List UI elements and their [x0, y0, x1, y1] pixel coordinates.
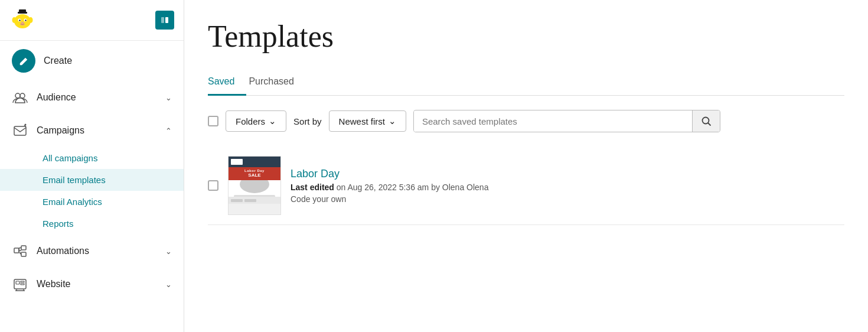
sidebar: Create Audience ⌄ Campaigns ⌃: [0, 0, 184, 332]
sidebar-item-all-campaigns[interactable]: All campaigns: [0, 147, 184, 169]
audience-label: Audience: [37, 92, 157, 103]
svg-point-14: [20, 93, 25, 98]
search-button[interactable]: [692, 110, 720, 132]
template-last-edited: Last edited on Aug 26, 2022 5:36 am by O…: [291, 183, 844, 192]
website-icon: [12, 276, 28, 292]
website-label: Website: [37, 279, 157, 289]
select-all-checkbox[interactable]: [208, 116, 218, 126]
svg-point-7: [29, 17, 33, 23]
table-row: Labor Day SALE: [208, 147, 844, 225]
search-input[interactable]: [414, 111, 692, 132]
svg-point-0: [14, 14, 31, 28]
search-container: [413, 110, 720, 132]
template-info: Labor Day Last edited on Aug 26, 2022 5:…: [291, 168, 844, 204]
svg-point-16: [25, 124, 27, 126]
nav-item-campaigns[interactable]: Campaigns ⌃: [0, 114, 184, 147]
audience-chevron: ⌄: [165, 93, 172, 102]
automations-label: Automations: [37, 246, 157, 256]
nav-item-audience[interactable]: Audience ⌄: [0, 81, 184, 114]
svg-rect-22: [21, 281, 24, 282]
nav-item-website[interactable]: Website ⌄: [0, 268, 184, 301]
search-icon: [701, 116, 712, 126]
template-type: Code your own: [291, 194, 844, 204]
svg-line-25: [708, 123, 710, 126]
svg-rect-19: [21, 252, 26, 256]
mailchimp-logo: [9, 7, 35, 33]
toolbar: Folders ⌄ Sort by Newest first ⌄: [208, 110, 844, 132]
sort-by-label: Sort by: [293, 116, 322, 126]
svg-rect-17: [14, 248, 19, 253]
tabs-container: Saved Purchased: [208, 70, 844, 96]
svg-rect-9: [19, 9, 26, 14]
svg-rect-23: [21, 284, 24, 285]
collapse-sidebar-button[interactable]: [155, 11, 174, 30]
sort-chevron-icon: ⌄: [389, 116, 396, 126]
nav-item-create[interactable]: Create: [0, 41, 184, 81]
svg-rect-15: [14, 126, 26, 135]
tab-purchased[interactable]: Purchased: [246, 70, 306, 96]
svg-point-13: [15, 93, 20, 98]
svg-point-3: [19, 19, 20, 21]
website-chevron: ⌄: [165, 280, 172, 289]
svg-point-10: [21, 22, 24, 24]
svg-rect-18: [21, 246, 26, 250]
template-checkbox[interactable]: [208, 180, 218, 191]
folders-button[interactable]: Folders ⌄: [226, 110, 286, 132]
campaigns-sub-nav: All campaigns Email templates Email Anal…: [0, 147, 184, 235]
sidebar-item-reports[interactable]: Reports: [0, 213, 184, 235]
main-content: Templates Saved Purchased Folders ⌄ Sort…: [184, 0, 868, 332]
sidebar-item-email-analytics[interactable]: Email Analytics: [0, 191, 184, 213]
svg-rect-21: [16, 281, 19, 284]
svg-rect-12: [165, 17, 168, 23]
svg-point-4: [25, 19, 26, 21]
sidebar-item-email-templates[interactable]: Email templates: [0, 169, 184, 191]
sort-dropdown-button[interactable]: Newest first ⌄: [329, 110, 406, 132]
sidebar-header: [0, 0, 184, 41]
svg-point-6: [12, 17, 17, 23]
campaigns-label: Campaigns: [37, 125, 157, 136]
svg-rect-11: [161, 17, 164, 23]
nav-item-automations[interactable]: Automations ⌄: [0, 235, 184, 268]
page-title: Templates: [208, 19, 844, 54]
automations-chevron: ⌄: [165, 247, 172, 256]
template-name[interactable]: Labor Day: [291, 168, 844, 180]
create-icon: [12, 49, 35, 73]
automations-icon: [12, 243, 28, 259]
template-list: Labor Day SALE: [208, 147, 844, 225]
template-thumbnail: Labor Day SALE: [228, 156, 281, 215]
folders-chevron-icon: ⌄: [269, 116, 276, 126]
audience-icon: [12, 89, 28, 106]
campaigns-chevron: ⌃: [165, 126, 172, 135]
create-label: Create: [44, 56, 172, 66]
campaigns-icon: [12, 122, 28, 139]
svg-point-24: [702, 118, 709, 124]
tab-saved[interactable]: Saved: [208, 70, 246, 96]
